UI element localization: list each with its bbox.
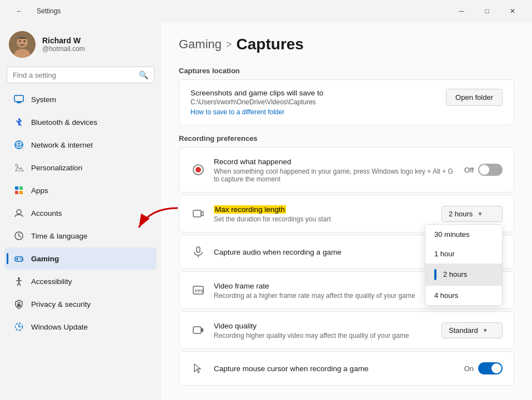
search-icon: 🔍	[139, 70, 148, 79]
card-text: Video quality Recording higher quality v…	[214, 321, 434, 340]
svg-rect-13	[19, 191, 23, 194]
user-info: Richard W @hotmail.com	[42, 36, 85, 53]
dropdown-btn-max-recording-length[interactable]: 2 hours ▼	[441, 206, 503, 222]
card-title: Record what happened	[214, 158, 292, 166]
card-desc: Recording at a higher frame rate may aff…	[214, 292, 434, 300]
dropdown-option-label: 2 hours	[443, 270, 467, 279]
dropdown-item[interactable]: 4 hours	[425, 286, 502, 305]
sidebar-item-time[interactable]: Time & language	[4, 225, 157, 247]
toggle-action: Off	[464, 164, 503, 176]
sidebar-item-apps[interactable]: Apps	[4, 179, 157, 201]
sidebar-item-bluetooth[interactable]: Bluetooth & devices	[4, 111, 157, 133]
svg-rect-6	[17, 102, 21, 103]
card-icon-record-what-happened	[190, 162, 206, 178]
svg-rect-33	[197, 247, 200, 252]
sidebar-item-gaming[interactable]: Gaming	[4, 247, 157, 270]
sidebar-item-privacy[interactable]: Privacy & security	[4, 293, 157, 315]
open-folder-button[interactable]: Open folder	[446, 89, 503, 106]
svg-rect-11	[19, 186, 23, 190]
toggle-thumb	[479, 165, 489, 175]
user-email: @hotmail.com	[42, 45, 85, 53]
toggle-thumb	[491, 363, 501, 373]
breadcrumb-separator: >	[226, 39, 232, 50]
breadcrumb-current: Captures	[237, 36, 304, 53]
chevron-down-icon: ▼	[483, 327, 488, 333]
apps-icon	[13, 185, 24, 196]
sidebar-item-accounts[interactable]: Accounts	[4, 202, 157, 224]
search-box[interactable]: 🔍	[7, 67, 154, 83]
dropdown-btn-video-quality[interactable]: Standard ▼	[441, 322, 503, 338]
toggle-record-what-happened[interactable]	[478, 164, 503, 176]
bluetooth-icon	[13, 117, 24, 128]
sidebar-item-label: Time & language	[31, 232, 88, 240]
svg-point-21	[20, 258, 21, 259]
card-desc: When something cool happened in your gam…	[214, 168, 456, 183]
dropdown-value: Standard	[449, 326, 478, 335]
sidebar-item-label: Accounts	[31, 209, 62, 217]
nav-list: System Bluetooth & devices Network & int…	[0, 88, 161, 338]
minimize-button[interactable]: ─	[449, 0, 474, 22]
main-content: Gaming > Captures Captures location Scre…	[161, 22, 532, 400]
card-text: Max recording length Set the duration fo…	[214, 204, 434, 223]
location-path: C:\Users\rworh\OneDrive\Videos\Captures	[190, 98, 446, 106]
sidebar: Richard W @hotmail.com 🔍 System Bluetoot…	[0, 22, 161, 400]
selected-indicator	[434, 269, 436, 280]
dropdown-wrapper-max-recording-length: 2 hours ▼ 30 minutes 1 hour	[441, 206, 503, 222]
svg-rect-28	[17, 304, 21, 307]
card-desc: Set the duration for recordings you star…	[214, 215, 434, 223]
privacy-icon	[13, 298, 24, 310]
dropdown-item[interactable]: 1 hour	[425, 244, 502, 264]
card-video-quality: Video quality Recording higher quality v…	[179, 311, 514, 349]
location-text: Screenshots and game clips will save to …	[190, 89, 446, 116]
system-icon	[13, 94, 24, 105]
sidebar-item-label: Gaming	[31, 255, 59, 263]
sidebar-item-label: Personalization	[31, 164, 82, 172]
sidebar-item-label: Windows Update	[31, 323, 88, 331]
maximize-button[interactable]: □	[474, 0, 500, 22]
sidebar-item-network[interactable]: Network & internet	[4, 134, 157, 156]
accessibility-icon	[13, 276, 24, 287]
avatar	[9, 31, 36, 58]
dropdown-wrapper-video-quality: Standard ▼	[441, 322, 503, 338]
user-name: Richard W	[42, 36, 85, 45]
sidebar-item-label: Apps	[31, 186, 48, 195]
sidebar-item-system[interactable]: System	[4, 88, 157, 110]
svg-rect-12	[15, 191, 18, 194]
svg-point-3	[19, 40, 21, 42]
card-max-recording-length: Max recording length Set the duration fo…	[179, 195, 514, 232]
svg-text:FPS: FPS	[195, 288, 204, 293]
sidebar-item-personalization[interactable]: Personalization	[4, 156, 157, 179]
card-text: Capture mouse cursor when recording a ga…	[214, 363, 456, 373]
card-record-what-happened: Record what happened When something cool…	[179, 147, 514, 193]
back-button[interactable]: ←	[7, 0, 32, 22]
window-controls: ─ □ ✕	[449, 0, 525, 22]
sidebar-item-accessibility[interactable]: Accessibility	[4, 270, 157, 292]
svg-line-26	[17, 283, 19, 286]
title-bar: ← Settings ─ □ ✕	[0, 0, 532, 22]
captures-location-title: Captures location	[179, 67, 514, 75]
recording-preferences-title: Recording preferences	[179, 134, 514, 143]
svg-point-22	[21, 259, 22, 260]
app-title: Settings	[37, 7, 61, 15]
update-icon	[13, 321, 24, 332]
location-title: Screenshots and game clips will save to	[190, 89, 446, 97]
dropdown-option-label: 30 minutes	[434, 230, 470, 239]
network-icon	[13, 139, 24, 150]
svg-rect-10	[15, 186, 18, 190]
breadcrumb: Gaming > Captures	[179, 36, 514, 53]
svg-line-27	[19, 283, 21, 286]
sidebar-item-update[interactable]: Windows Update	[4, 316, 157, 338]
breadcrumb-parent[interactable]: Gaming	[179, 37, 222, 52]
svg-rect-37	[193, 327, 201, 333]
dropdown-item[interactable]: 30 minutes	[425, 225, 502, 244]
change-folder-link[interactable]: How to save to a different folder	[190, 108, 446, 116]
gaming-icon	[13, 253, 24, 264]
cards-list: Record what happened When something cool…	[179, 147, 514, 386]
dropdown-item[interactable]: 2 hours	[425, 264, 502, 286]
card-icon-video-frame-rate: FPS	[190, 282, 206, 298]
close-button[interactable]: ✕	[500, 0, 525, 22]
toggle-capture-mouse-cursor[interactable]	[478, 362, 503, 374]
svg-rect-5	[14, 95, 23, 102]
search-input[interactable]	[13, 71, 134, 79]
toggle-label: On	[464, 364, 474, 373]
